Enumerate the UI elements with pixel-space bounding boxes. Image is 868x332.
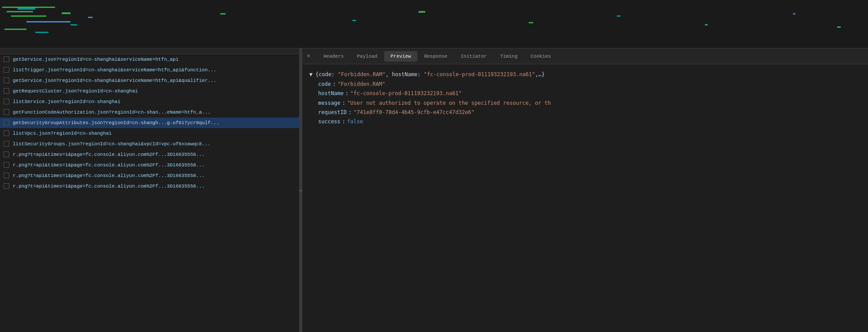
json-key: hostName	[318, 89, 344, 98]
request-item[interactable]: listSecurityGroups.json?regionId=cn-shan…	[0, 139, 299, 149]
request-checkbox[interactable]	[4, 99, 9, 104]
request-item[interactable]: listService.json?regionId=cn-shanghai	[0, 96, 299, 107]
request-checkbox[interactable]	[4, 109, 9, 115]
request-item[interactable]: listTrigger.json?regionId=cn-shanghai&se…	[0, 65, 299, 75]
json-tree: ▼ {code: "Forbidden.RAM", hostName: "fc-…	[309, 70, 861, 126]
request-name: getService.json?regionId=cn-shanghai&ser…	[13, 78, 216, 83]
request-item[interactable]: r.png?t=api&times=1&page=fc.console.aliy…	[0, 181, 299, 192]
json-value: "Forbidden.RAM"	[338, 80, 385, 89]
json-value: false	[347, 118, 363, 126]
request-checkbox[interactable]	[4, 151, 9, 157]
request-checkbox[interactable]	[4, 141, 9, 147]
json-root-line: ▼ {code: "Forbidden.RAM", hostName: "fc-…	[309, 70, 861, 80]
json-colon: :	[342, 118, 345, 126]
tab-response[interactable]: Response	[418, 51, 454, 62]
json-field-hostName: hostName: "fc-console-prod-011193232193.…	[318, 89, 861, 98]
close-panel-button[interactable]: ×	[304, 52, 313, 61]
json-field-code: code: "Forbidden.RAM"	[318, 80, 861, 89]
network-timeline	[0, 0, 868, 48]
json-colon: :	[345, 89, 349, 98]
json-key: requestID	[318, 108, 347, 117]
json-root-bracket: {code: "Forbidden.RAM", hostName: "fc-co…	[315, 70, 545, 79]
json-colon: :	[333, 80, 336, 89]
request-checkbox[interactable]	[4, 67, 9, 73]
request-name: r.png?t=api&times=1&page=fc.console.aliy…	[13, 162, 205, 168]
request-item[interactable]: getService.json?regionId=cn-shanghai&ser…	[0, 75, 299, 86]
request-name: r.png?t=api&times=1&page=fc.console.aliy…	[13, 184, 205, 189]
request-checkbox[interactable]	[4, 88, 9, 94]
request-checkbox[interactable]	[4, 77, 9, 83]
json-value: "741e8ff0-78d4-4b45-9cfb-e47cc47d32e6"	[353, 108, 475, 117]
request-checkbox[interactable]	[4, 173, 9, 178]
json-value: "fc-console-prod-011193232193.na61"	[350, 89, 462, 98]
request-name: r.png?t=api&times=1&page=fc.console.aliy…	[13, 173, 205, 178]
request-list[interactable]: getService.json?regionId=cn-shanghai&ser…	[0, 54, 299, 332]
request-checkbox[interactable]	[4, 56, 9, 62]
request-name: listService.json?regionId=cn-shanghai	[13, 99, 120, 104]
json-key: code	[318, 80, 331, 89]
json-colon: :	[349, 108, 352, 117]
tab-initiator[interactable]: Initiator	[454, 51, 493, 62]
tab-timing[interactable]: Timing	[494, 51, 524, 62]
request-checkbox[interactable]	[4, 120, 9, 125]
request-name: listTrigger.json?regionId=cn-shanghai&se…	[13, 67, 216, 73]
tab-payload[interactable]: Payload	[351, 51, 383, 62]
tab-preview[interactable]: Preview	[384, 51, 417, 62]
tab-headers[interactable]: Headers	[317, 51, 350, 62]
request-name: getService.json?regionId=cn-shanghai&ser…	[13, 57, 178, 62]
left-panel: getService.json?regionId=cn-shanghai&ser…	[0, 48, 300, 332]
json-field-requestID: requestID: "741e8ff0-78d4-4b45-9cfb-e47c…	[318, 108, 861, 117]
request-item[interactable]: getService.json?regionId=cn-shanghai&ser…	[0, 54, 299, 65]
request-name: getSecurityGroupAttributes.json?regionId…	[13, 120, 219, 125]
expand-arrow[interactable]: ▼	[309, 70, 314, 79]
request-name: listSecurityGroups.json?regionId=cn-shan…	[13, 141, 211, 147]
json-key: message	[318, 99, 341, 107]
request-item[interactable]: listVpcs.json?regionId=cn-shanghai	[0, 128, 299, 139]
json-colon: :	[342, 99, 345, 107]
request-item[interactable]: r.png?t=api&times=1&page=fc.console.aliy…	[0, 160, 299, 170]
request-item[interactable]: r.png?t=api&times=1&page=fc.console.aliy…	[0, 149, 299, 160]
request-item[interactable]: getSecurityGroupAttributes.json?regionId…	[0, 118, 299, 128]
json-field-message: message: "User not authorized to operate…	[318, 99, 861, 108]
request-item[interactable]: r.png?t=api&times=1&page=fc.console.aliy…	[0, 170, 299, 181]
timeline-canvas	[0, 0, 868, 48]
main-content: getService.json?regionId=cn-shanghai&ser…	[0, 48, 868, 332]
request-name: getRequestCluster.json?regionId=cn-shang…	[13, 89, 138, 94]
request-item[interactable]: getFunctionCodeAuthorization.json?region…	[0, 107, 299, 118]
request-checkbox[interactable]	[4, 130, 9, 136]
request-checkbox[interactable]	[4, 183, 9, 189]
request-name: r.png?t=api&times=1&page=fc.console.aliy…	[13, 152, 205, 157]
json-field-success: success: false	[318, 117, 861, 126]
column-header-name	[0, 48, 299, 54]
request-name: listVpcs.json?regionId=cn-shanghai	[13, 131, 111, 136]
tab-cookies[interactable]: Cookies	[525, 51, 557, 62]
json-key: success	[318, 118, 341, 126]
right-panel: ×HeadersPayloadPreviewResponseInitiatorT…	[302, 48, 868, 332]
json-value: "User not authorized to operate on the s…	[347, 99, 551, 107]
request-checkbox[interactable]	[4, 162, 9, 168]
request-name: getFunctionCodeAuthorization.json?region…	[13, 110, 211, 115]
json-fields-container: code: "Forbidden.RAM"hostName: "fc-conso…	[309, 80, 861, 126]
request-item[interactable]: getRequestCluster.json?regionId=cn-shang…	[0, 86, 299, 96]
preview-content: ▼ {code: "Forbidden.RAM", hostName: "fc-…	[302, 64, 868, 332]
tabs-bar: ×HeadersPayloadPreviewResponseInitiatorT…	[302, 48, 868, 64]
